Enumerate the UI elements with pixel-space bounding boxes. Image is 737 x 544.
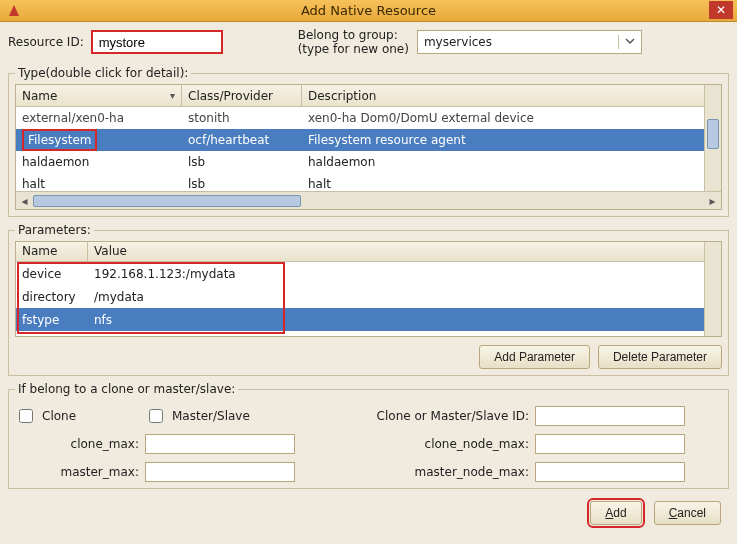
cancel-button-ul: C: [669, 506, 678, 520]
table-row[interactable]: fstypenfs: [16, 308, 721, 331]
add-button-rest: dd: [613, 506, 626, 520]
type-cell-desc: Filesystem resource agent: [302, 131, 721, 149]
type-fieldset: Type(double click for detail): Name ▾ Cl…: [8, 66, 729, 217]
param-cell-value: 192.168.1.123:/mydata: [88, 265, 721, 283]
type-legend: Type(double click for detail):: [15, 66, 191, 80]
type-cell-desc: halt: [302, 175, 721, 193]
table-row[interactable]: haldaemonlsbhaldaemon: [16, 151, 721, 173]
type-table[interactable]: Name ▾ Class/Provider Description extern…: [15, 84, 722, 210]
horizontal-scrollbar[interactable]: ◂ ▸: [16, 191, 721, 209]
window-title: Add Native Resource: [0, 3, 737, 18]
clone-ms-id-label: Clone or Master/Slave ID:: [365, 409, 535, 423]
type-cell-class: lsb: [182, 153, 302, 171]
type-cell-name: haldaemon: [16, 153, 182, 171]
clone-checkbox-label: Clone: [42, 409, 76, 423]
clone-legend: If belong to a clone or master/slave:: [15, 382, 238, 396]
master-max-input[interactable]: [145, 462, 295, 482]
delete-parameter-button[interactable]: Delete Parameter: [598, 345, 722, 369]
master-slave-checkbox-label: Master/Slave: [172, 409, 250, 423]
type-col-desc-label: Description: [308, 89, 376, 103]
parameters-header: Name Value: [16, 242, 721, 262]
type-cell-desc: xen0-ha Dom0/DomU external device: [302, 109, 721, 127]
clone-checkbox[interactable]: [19, 409, 33, 423]
scroll-thumb-h[interactable]: [33, 195, 301, 207]
add-parameter-button[interactable]: Add Parameter: [479, 345, 590, 369]
param-cell-name: directory: [16, 288, 88, 306]
clone-node-max-label: clone_node_max:: [365, 437, 535, 451]
type-col-name[interactable]: Name ▾: [16, 85, 182, 106]
scroll-track[interactable]: [33, 195, 704, 207]
param-cell-value: nfs: [88, 311, 721, 329]
scroll-left-icon[interactable]: ◂: [16, 192, 33, 209]
belong-label-line2: (type for new one): [298, 42, 409, 56]
type-col-class[interactable]: Class/Provider: [182, 85, 302, 106]
param-cell-value: /mydata: [88, 288, 721, 306]
type-cell-class: stonith: [182, 109, 302, 127]
belong-label-line1: Belong to group:: [298, 28, 409, 42]
master-node-max-input[interactable]: [535, 462, 685, 482]
cancel-button-rest: ancel: [677, 506, 706, 520]
clone-checkbox-wrap: Clone: [15, 406, 145, 426]
master-slave-checkbox[interactable]: [149, 409, 163, 423]
resource-id-input[interactable]: [92, 31, 222, 53]
belong-group-dropdown[interactable]: myservices: [417, 30, 642, 54]
scroll-thumb[interactable]: [707, 119, 719, 149]
param-col-name[interactable]: Name: [16, 242, 88, 261]
belong-label: Belong to group: (type for new one): [298, 28, 409, 56]
param-cell-name: device: [16, 265, 88, 283]
chevron-down-icon: [618, 35, 635, 49]
sort-down-icon: ▾: [170, 90, 175, 101]
master-max-label: master_max:: [15, 465, 145, 479]
type-cell-class: ocf/heartbeat: [182, 131, 302, 149]
type-col-class-label: Class/Provider: [188, 89, 273, 103]
param-col-value[interactable]: Value: [88, 242, 721, 261]
scroll-right-icon[interactable]: ▸: [704, 192, 721, 209]
table-row[interactable]: directory/mydata: [16, 285, 721, 308]
vertical-scrollbar[interactable]: [704, 242, 721, 336]
type-table-header: Name ▾ Class/Provider Description: [16, 85, 721, 107]
param-cell-name: fstype: [16, 311, 88, 329]
clone-node-max-input[interactable]: [535, 434, 685, 454]
add-button[interactable]: Add: [590, 501, 641, 525]
table-row[interactable]: device192.168.1.123:/mydata: [16, 262, 721, 285]
title-bar: Add Native Resource ✕: [0, 0, 737, 22]
type-col-name-label: Name: [22, 89, 57, 103]
type-col-desc[interactable]: Description: [302, 85, 721, 106]
type-cell-class: lsb: [182, 175, 302, 193]
type-cell-name: halt: [16, 175, 182, 193]
type-cell-name: external/xen0-ha: [16, 109, 182, 127]
parameters-table[interactable]: Name Value device192.168.1.123:/mydatadi…: [15, 241, 722, 337]
parameters-fieldset: Parameters: Name Value device192.168.1.1…: [8, 223, 729, 376]
clone-max-input[interactable]: [145, 434, 295, 454]
table-row[interactable]: Filesystemocf/heartbeatFilesystem resour…: [16, 129, 721, 151]
dialog-buttons: Add Cancel: [8, 495, 729, 525]
resource-id-label: Resource ID:: [8, 35, 84, 49]
resource-id-row: Resource ID: Belong to group: (type for …: [8, 28, 729, 56]
cancel-button[interactable]: Cancel: [654, 501, 721, 525]
close-icon[interactable]: ✕: [709, 1, 733, 19]
clone-fieldset: If belong to a clone or master/slave: Cl…: [8, 382, 729, 489]
parameters-legend: Parameters:: [15, 223, 94, 237]
master-node-max-label: master_node_max:: [365, 465, 535, 479]
belong-group-value: myservices: [424, 35, 492, 49]
clone-max-label: clone_max:: [15, 437, 145, 451]
type-cell-name: Filesystem: [16, 127, 182, 153]
type-cell-desc: haldaemon: [302, 153, 721, 171]
clone-ms-id-input[interactable]: [535, 406, 685, 426]
vertical-scrollbar[interactable]: [704, 85, 721, 191]
master-slave-checkbox-wrap: Master/Slave: [145, 406, 305, 426]
